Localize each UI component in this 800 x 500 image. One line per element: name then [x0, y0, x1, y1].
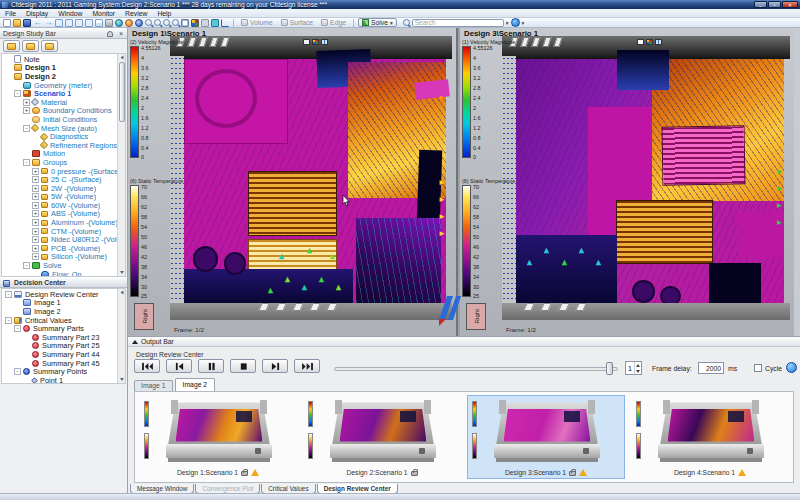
- color-legend-icon[interactable]: [312, 39, 319, 45]
- zoom-out-icon[interactable]: [163, 19, 170, 26]
- tree-item[interactable]: Note: [2, 55, 117, 64]
- frame-slider-thumb[interactable]: [606, 362, 613, 375]
- tree-item[interactable]: + 60W -(Volume): [2, 201, 117, 210]
- tree-expander[interactable]: -: [23, 262, 30, 269]
- scrollbar-thumb[interactable]: [119, 62, 125, 122]
- tree-item[interactable]: - Design Review Center: [2, 290, 117, 299]
- tree-expander[interactable]: -: [5, 317, 12, 324]
- orientation-indicator[interactable]: Right: [134, 303, 154, 330]
- menu-item[interactable]: Help: [152, 10, 176, 17]
- window-horizontal-icon[interactable]: [85, 19, 93, 27]
- design-folder-button-2[interactable]: [22, 40, 39, 52]
- menu-item[interactable]: Window: [53, 10, 87, 17]
- tree-item[interactable]: + Boundary Conditions: [2, 107, 117, 116]
- tree-expander[interactable]: +: [32, 253, 39, 260]
- tree-item[interactable]: Design 2: [2, 72, 117, 81]
- skip-to-start-button[interactable]: [134, 359, 160, 373]
- window-single-icon[interactable]: [55, 19, 63, 27]
- tree-item[interactable]: Geometry (meter): [2, 81, 117, 90]
- skip-to-end-button[interactable]: [294, 359, 320, 373]
- menu-item[interactable]: Display: [21, 10, 53, 17]
- design-thumbnail[interactable]: Design 4:Scenario 1: [631, 395, 789, 479]
- spin-icon[interactable]: [135, 19, 143, 27]
- axes-icon[interactable]: [221, 19, 229, 27]
- close-pane-icon[interactable]: ×: [118, 31, 124, 37]
- tree-item[interactable]: Summary Part 25: [2, 342, 117, 351]
- cfd-render[interactable]: ► ► ► ► ► ► ► ► ►: [502, 36, 790, 320]
- tree-expander[interactable]: +: [32, 228, 39, 235]
- select-icon[interactable]: [181, 19, 189, 27]
- minimize-button[interactable]: –: [754, 1, 767, 8]
- tree-item[interactable]: + Aluminum -(Volume): [2, 218, 117, 227]
- tree-expander[interactable]: +: [23, 99, 30, 106]
- grid-icon[interactable]: [655, 39, 662, 45]
- design-folder-button-1[interactable]: [3, 40, 20, 52]
- window-vertical-icon[interactable]: [95, 19, 103, 27]
- tree-item[interactable]: + 2W -(Volume): [2, 184, 117, 193]
- tree-item[interactable]: + 25 C -(Surface): [2, 175, 117, 184]
- solve-dropdown-icon[interactable]: ▾: [390, 19, 393, 27]
- visibility-icon[interactable]: [201, 19, 209, 27]
- decision-center-header[interactable]: Decision Center: [0, 277, 127, 288]
- tree-item[interactable]: Summary Part 23: [2, 333, 117, 342]
- cfd-render[interactable]: ► ► ► ► ► ► ► ► ► ► ► ► ►: [170, 36, 452, 320]
- tree-expander[interactable]: +: [32, 168, 39, 175]
- frame-delay-input[interactable]: 2000: [698, 362, 724, 374]
- design-thumbnail[interactable]: Design 2:Scenario 1: [303, 395, 461, 479]
- print-icon[interactable]: [105, 19, 113, 27]
- frame-slider-track[interactable]: [334, 367, 618, 371]
- forward-arrow-icon[interactable]: →: [44, 19, 53, 27]
- scroll-up-icon[interactable]: [120, 56, 123, 60]
- tree-expander[interactable]: -: [23, 159, 30, 166]
- step-forward-button[interactable]: [262, 359, 288, 373]
- annotation-icon[interactable]: [211, 19, 219, 27]
- close-button[interactable]: ×: [782, 1, 798, 8]
- tree-item[interactable]: - Summary Parts: [2, 324, 117, 333]
- auto-hide-pin-icon[interactable]: [107, 31, 113, 37]
- tree-item[interactable]: + 5W -(Volume): [2, 193, 117, 202]
- tree-expander[interactable]: +: [32, 176, 39, 183]
- tree-item[interactable]: Point 1: [2, 376, 117, 383]
- search-input[interactable]: [412, 19, 504, 27]
- design-thumbnail[interactable]: Design 1:Scenario 1: [139, 395, 297, 479]
- volume-toggle-button[interactable]: Volume: [238, 19, 276, 26]
- surface-toggle-button[interactable]: Surface: [278, 19, 316, 26]
- tree-expander[interactable]: +: [32, 219, 39, 226]
- tree-expander[interactable]: +: [32, 210, 39, 217]
- tree-item[interactable]: - Groups: [2, 158, 117, 167]
- tree-item[interactable]: + 0 pressure -(Surface): [2, 167, 117, 176]
- open-folder-icon[interactable]: [13, 19, 21, 27]
- tree-item[interactable]: - Critical Values: [2, 316, 117, 325]
- tree-item[interactable]: Image 2: [2, 307, 117, 316]
- tree-item[interactable]: Summary Part 44: [2, 350, 117, 359]
- menu-item[interactable]: File: [0, 10, 21, 17]
- tree-item[interactable]: - Mesh Size (auto): [2, 124, 117, 133]
- globe-dropdown-icon[interactable]: ▾: [522, 19, 525, 27]
- scroll-up-icon[interactable]: [120, 291, 123, 295]
- step-back-button[interactable]: [166, 359, 192, 373]
- solve-button[interactable]: Solve▾: [358, 18, 397, 27]
- frame-spinner[interactable]: 1: [625, 361, 642, 375]
- tree-item[interactable]: Flow: On: [2, 270, 117, 276]
- image-tab[interactable]: Image 1: [134, 380, 173, 391]
- tree-expander[interactable]: +: [32, 245, 39, 252]
- tree-item[interactable]: - Scenario 1: [2, 89, 117, 98]
- tree-expander[interactable]: -: [14, 325, 21, 332]
- design-thumbnail[interactable]: Design 3:Scenario 1: [467, 395, 625, 479]
- zoom-extents-icon[interactable]: [172, 19, 179, 26]
- grid-icon[interactable]: [321, 39, 328, 45]
- cycle-checkbox[interactable]: [754, 364, 762, 372]
- annotate-icon[interactable]: [637, 39, 644, 45]
- tree-expander[interactable]: +: [32, 202, 39, 209]
- tree-item[interactable]: + Silicon -(Volume): [2, 253, 117, 262]
- menu-item[interactable]: Review: [120, 10, 152, 17]
- tree-item[interactable]: + CTM -(Volume): [2, 227, 117, 236]
- tree-item[interactable]: Initial Conditions: [2, 115, 117, 124]
- tree-expander[interactable]: -: [23, 125, 30, 132]
- image-tab[interactable]: Image 2: [175, 378, 216, 391]
- color-legend-icon[interactable]: [646, 39, 653, 45]
- tree-item[interactable]: - Solve: [2, 261, 117, 270]
- orientation-indicator[interactable]: Right: [466, 303, 486, 330]
- zoom-window-icon[interactable]: [145, 19, 152, 26]
- tree-expander[interactable]: +: [32, 193, 39, 200]
